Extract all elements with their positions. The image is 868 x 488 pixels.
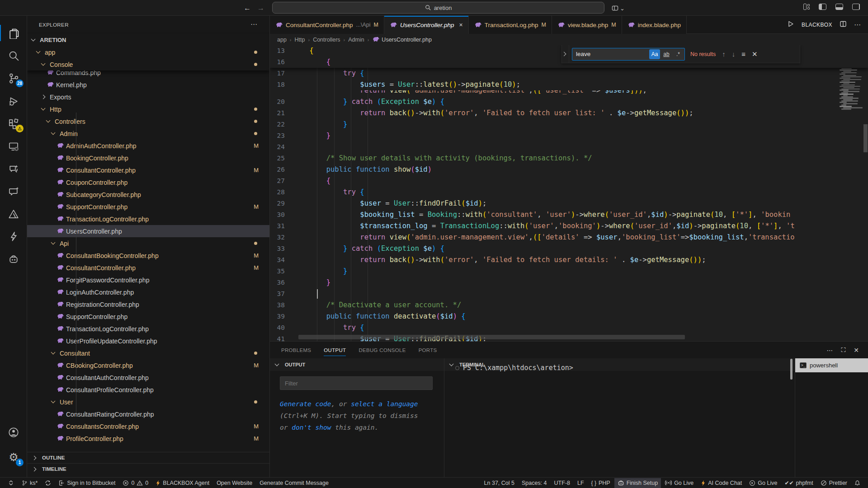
tree-folder-Admin[interactable]: Admin	[27, 127, 269, 140]
status-finish-setup[interactable]: Finish Setup	[614, 478, 661, 488]
status-open-website[interactable]: Open Website	[213, 478, 255, 488]
forward-arrow-icon[interactable]: →	[256, 3, 266, 13]
output-filter-input[interactable]	[280, 376, 433, 390]
status-sync[interactable]	[42, 478, 54, 488]
timeline-section[interactable]: TIMELINE	[27, 463, 269, 474]
tree-file-ConsultantAuthController.php[interactable]: ConsultantAuthController.php	[27, 371, 269, 384]
panel-maximize-icon[interactable]: ⛶	[841, 346, 845, 354]
code-editor[interactable]: 17 try {18 $users = User::latest()->pagi…	[270, 45, 868, 341]
tree-folder-Exports[interactable]: Exports	[27, 91, 269, 103]
code-line-40[interactable]: 40 try {	[270, 322, 868, 333]
tree-file-LoginAuthController.php[interactable]: LoginAuthController.php	[27, 286, 269, 298]
code-line-21[interactable]: 21 return back()->with('error', 'Failed …	[270, 108, 868, 119]
activity-chat-ai[interactable]	[0, 158, 27, 179]
tree-file-TransactionLogController.php[interactable]: TransactionLogController.php	[27, 323, 269, 335]
status-phpfmt[interactable]: ✔✔phpfmt	[781, 478, 816, 488]
activity-accounts[interactable]	[0, 422, 27, 443]
breadcrumb-item[interactable]: Controllers	[313, 37, 340, 43]
activity-extensions[interactable]: ⚠	[0, 113, 27, 134]
code-line-39[interactable]: 39 public function deactivate($id) {	[270, 311, 868, 322]
toggle-primary-sidebar-icon[interactable]	[819, 4, 826, 10]
breadcrumb-file[interactable]: UsersController.php	[372, 36, 431, 43]
breadcrumb-item[interactable]: Http	[295, 37, 305, 43]
tree-file-Commands.php[interactable]: Commands.php	[27, 70, 269, 79]
activity-search[interactable]	[0, 45, 27, 66]
tree-file-ConsultantBookingController.php[interactable]: ConsultantBookingController.phpM	[27, 249, 269, 262]
tree-file-ConsultantsController.php[interactable]: ConsultantsController.phpM	[27, 420, 269, 432]
status-notifications[interactable]	[851, 478, 863, 488]
code-line-19[interactable]: 19 return view('admin.user-management.li…	[270, 90, 868, 96]
code-line-29[interactable]: 29 $user = User::findOrFail($id);	[270, 198, 868, 209]
status-go-live-broadcast[interactable]: Go Live	[662, 478, 697, 488]
tree-file-SupportController.php[interactable]: SupportController.phpM	[27, 201, 269, 213]
command-center-search[interactable]: aretion	[272, 2, 604, 14]
tab-view.blade.php[interactable]: view.blade.phpM	[552, 16, 622, 34]
status-go-live-play[interactable]: Go Live	[746, 478, 780, 488]
whole-word-button[interactable]: ab	[661, 49, 672, 59]
tree-folder-Consultant[interactable]: Consultant	[27, 347, 269, 359]
code-line-35[interactable]: 35 }	[270, 266, 868, 277]
split-editor-icon[interactable]	[840, 20, 847, 29]
tree-folder-User[interactable]: User	[27, 396, 269, 408]
back-arrow-icon[interactable]: ←	[242, 3, 252, 13]
code-line-33[interactable]: 33 } catch (Exception $e) {	[270, 243, 868, 254]
status-generate-commit[interactable]: Generate Commit Message	[256, 478, 332, 488]
breadcrumb-item[interactable]: Admin	[348, 37, 364, 43]
tab-TransactionLog.php[interactable]: TransactionLog.phpM	[469, 16, 552, 34]
tree-file-AdminAuthController.php[interactable]: AdminAuthController.phpM	[27, 140, 269, 152]
tree-file-UsersController.php[interactable]: UsersController.php	[27, 225, 269, 237]
tree-file-ForgitPasswordController.php[interactable]: ForgitPasswordController.php	[27, 274, 269, 286]
tree-folder-ARETION[interactable]: ARETION	[27, 34, 269, 46]
status-bitbucket-signin[interactable]: Sign in to Bitbucket	[55, 478, 118, 488]
tree-folder-Http[interactable]: Http	[27, 103, 269, 115]
code-line-24[interactable]: 24	[270, 141, 868, 153]
more-actions-icon[interactable]: ⋯	[854, 21, 861, 29]
tree-file-CouponController.php[interactable]: CouponController.php	[27, 176, 269, 188]
output-link[interactable]: don't show	[292, 424, 331, 431]
code-line-36[interactable]: 36 }	[270, 277, 868, 288]
code-line-30[interactable]: 30 $booking_list = Booking::with('consul…	[270, 209, 868, 221]
tree-file-SupportController.php[interactable]: SupportController.php	[27, 310, 269, 323]
tree-file-ConsultantProfileController.php[interactable]: ConsultantProfileController.php	[27, 384, 269, 396]
tree-folder-Console[interactable]: Console	[27, 58, 269, 70]
blackbox-button[interactable]: BLACKBOX	[802, 22, 832, 28]
tree-file-BookingController.php[interactable]: BookingController.php	[27, 152, 269, 164]
tree-folder-Controllers[interactable]: Controllers	[27, 115, 269, 127]
code-line-23[interactable]: 23 }	[270, 130, 868, 141]
toggle-panel-icon[interactable]	[835, 4, 843, 10]
code-line-37[interactable]: 37	[270, 288, 868, 300]
tree-file-RegistrationController.php[interactable]: RegistrationController.php	[27, 298, 269, 310]
status-indentation[interactable]: Spaces: 4	[519, 478, 550, 488]
tree-file-TransactionLogController.php[interactable]: TransactionLogController.php	[27, 213, 269, 225]
tree-file-Kernel.php[interactable]: Kernel.php	[27, 79, 269, 91]
activity-remote-explorer[interactable]	[0, 135, 27, 157]
tree-file-CBookingController.php[interactable]: CBookingController.phpM	[27, 359, 269, 371]
panel-more-icon[interactable]: ⋯	[826, 347, 833, 354]
activity-source-control[interactable]: 28	[0, 67, 27, 89]
tab-ConsultantController.php[interactable]: ConsultantController.php...\ApiM	[270, 16, 384, 34]
find-close-icon[interactable]: ✕	[752, 50, 758, 58]
code-line-26[interactable]: 26 public function show($id)	[270, 164, 868, 175]
code-line-34[interactable]: 34 return back()->with('error', 'Failed …	[270, 254, 868, 266]
find-previous-icon[interactable]: ↑	[722, 50, 726, 58]
horizontal-scrollbar[interactable]	[298, 335, 685, 339]
status-prettier[interactable]: Prettier	[817, 478, 850, 488]
output-section-header[interactable]: OUTPUT	[270, 358, 444, 371]
terminal-view[interactable]: TERMINAL PS C:\xampp\htdocs\aretion> >_p…	[444, 358, 868, 478]
tree-file-ConsultantController.php[interactable]: ConsultantController.phpM	[27, 164, 269, 176]
panel-close-icon[interactable]: ✕	[854, 347, 859, 354]
find-expand-chevron[interactable]	[562, 45, 569, 63]
code-line-20[interactable]: 20 } catch (Exception $e) {	[270, 96, 868, 108]
output-link[interactable]: Generate code	[280, 400, 331, 408]
tree-folder-app[interactable]: app	[27, 46, 269, 58]
activity-explorer[interactable]	[0, 22, 27, 44]
activity-triangle-ext[interactable]	[0, 203, 27, 225]
status-encoding[interactable]: UTF-8	[551, 478, 573, 488]
panel-tab-debug-console[interactable]: DEBUG CONSOLE	[359, 342, 406, 358]
regex-button[interactable]: .*	[673, 49, 684, 59]
customize-layout-icon[interactable]	[803, 4, 810, 10]
tab-UsersController.php[interactable]: UsersController.php×	[384, 16, 469, 34]
terminal-tab-powershell[interactable]: >_powershell	[795, 358, 868, 372]
code-line-32[interactable]: 32 return view('admin.user-management.vi…	[270, 232, 868, 243]
status-ai-code-chat[interactable]: AI Code Chat	[698, 478, 745, 488]
